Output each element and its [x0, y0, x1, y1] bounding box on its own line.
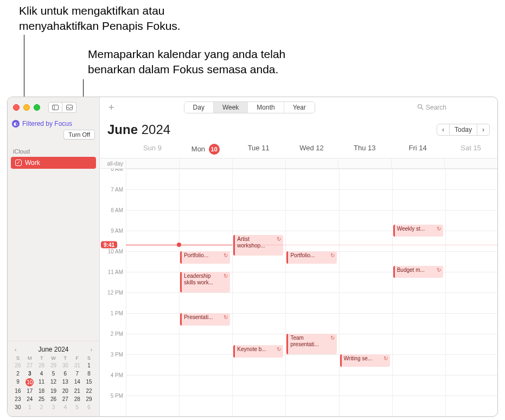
day-header[interactable]: Thu 13 — [338, 144, 391, 155]
mini-prev-button[interactable]: ‹ — [13, 347, 18, 353]
calendar-grid-body[interactable]: 6 AM7 AM8 AM9 AM10 AM11 AM12 PM1 PM2 PM3… — [100, 169, 497, 416]
day-header[interactable]: Sat 15 — [444, 144, 497, 155]
add-event-button[interactable]: + — [106, 102, 117, 113]
sidebar: ◐ Filtered by Focus Turn Off iCloud ✓ Wo… — [8, 97, 100, 416]
grid-day-line — [179, 169, 180, 416]
hour-label: 2 PM — [111, 331, 123, 337]
mini-day[interactable]: 9 — [12, 378, 24, 386]
mini-day[interactable]: 10 — [25, 378, 34, 386]
mini-day[interactable]: 3 — [48, 404, 60, 411]
day-header[interactable]: Tue 11 — [232, 144, 285, 155]
mini-day[interactable]: 4 — [59, 404, 71, 411]
calendar-item-work[interactable]: ✓ Work — [11, 157, 96, 169]
calendar-checkbox[interactable]: ✓ — [15, 160, 22, 166]
inbox-button[interactable] — [62, 102, 76, 113]
window-close-button[interactable] — [13, 104, 20, 111]
calendar-event[interactable]: Weekly st...↻ — [393, 225, 443, 237]
view-day-button[interactable]: Day — [184, 102, 214, 113]
mini-day[interactable]: 4 — [36, 370, 48, 377]
window-minimize-button[interactable] — [23, 104, 30, 111]
day-header[interactable]: Wed 12 — [285, 144, 338, 155]
search-input[interactable]: Search — [415, 103, 491, 113]
hour-label: 7 AM — [111, 187, 123, 193]
recurring-icon: ↻ — [223, 252, 228, 263]
mini-day[interactable]: 24 — [24, 396, 36, 403]
mini-day[interactable]: 5 — [71, 404, 83, 411]
hour-label: 5 PM — [111, 393, 123, 399]
mini-day[interactable]: 7 — [71, 370, 83, 377]
mini-day[interactable]: 2 — [12, 370, 24, 377]
mini-day[interactable]: 2 — [36, 404, 48, 411]
day-header[interactable]: Mon 10 — [179, 144, 232, 155]
mini-day[interactable]: 1 — [24, 404, 36, 411]
mini-day[interactable]: 22 — [83, 387, 95, 394]
mini-day[interactable]: 11 — [36, 378, 48, 386]
calendar-event[interactable]: Portfolio...↻ — [286, 251, 336, 264]
mini-dow: T — [59, 355, 71, 361]
mini-day[interactable]: 18 — [36, 387, 48, 394]
next-week-button[interactable]: › — [477, 124, 490, 136]
view-year-button[interactable]: Year — [284, 102, 315, 113]
mini-day[interactable]: 27 — [24, 362, 36, 369]
mini-day[interactable]: 1 — [83, 362, 95, 369]
day-header[interactable]: Sun 9 — [126, 144, 179, 155]
recurring-icon: ↻ — [277, 346, 281, 357]
allday-row: all-day — [100, 158, 497, 169]
mini-day[interactable]: 26 — [48, 396, 60, 403]
calendar-event[interactable]: Writing se...↻ — [340, 354, 390, 367]
grid-hour-line — [126, 189, 497, 190]
mini-day[interactable]: 23 — [12, 396, 24, 403]
mini-day[interactable]: 20 — [59, 387, 71, 394]
mini-day[interactable]: 29 — [48, 362, 60, 369]
mini-day[interactable]: 16 — [12, 387, 24, 394]
mini-day[interactable]: 6 — [83, 404, 95, 411]
calendar-event[interactable]: Keynote b...↻ — [233, 345, 283, 358]
today-button[interactable]: Today — [450, 124, 477, 136]
mini-day[interactable]: 30 — [59, 362, 71, 369]
mini-dow: W — [48, 355, 60, 361]
view-week-button[interactable]: Week — [214, 102, 248, 113]
day-header[interactable]: Fri 14 — [391, 144, 444, 155]
calendar-event[interactable]: Leadership skills work...↻ — [180, 272, 230, 292]
mini-day[interactable]: 14 — [71, 378, 83, 386]
window-zoom-button[interactable] — [34, 104, 40, 111]
mini-day[interactable]: 29 — [83, 396, 95, 403]
mini-day[interactable]: 6 — [59, 370, 71, 377]
mini-day[interactable]: 17 — [24, 387, 36, 394]
mini-day[interactable]: 31 — [71, 362, 83, 369]
mini-day[interactable]: 28 — [36, 362, 48, 369]
calendar-event[interactable]: Portfolio...↻ — [180, 251, 230, 264]
mini-day[interactable]: 27 — [59, 396, 71, 403]
calendar-event[interactable]: Team presentati...↻ — [286, 334, 336, 354]
mini-day[interactable]: 30 — [12, 404, 24, 411]
prev-week-button[interactable]: ‹ — [437, 124, 450, 136]
hour-label: 12 PM — [107, 290, 123, 296]
nav-controls: ‹ Today › — [437, 124, 490, 136]
mini-day[interactable]: 3 — [24, 370, 36, 377]
mini-day[interactable]: 25 — [36, 396, 48, 403]
hour-label: 4 PM — [111, 372, 123, 378]
mini-day[interactable]: 21 — [71, 387, 83, 394]
mini-calendar: ‹ June 2024 › SMTWTFS2627282930311234567… — [8, 341, 99, 416]
day-header-row: Sun 9Mon 10Tue 11Wed 12Thu 13Fri 14Sat 1… — [100, 138, 497, 158]
turn-off-button[interactable]: Turn Off — [63, 130, 95, 139]
mini-day[interactable]: 19 — [48, 387, 60, 394]
calendar-event[interactable]: Presentati...↻ — [180, 313, 230, 326]
focus-filter-label: Filtered by Focus — [22, 120, 72, 128]
mini-day[interactable]: 28 — [71, 396, 83, 403]
grid-hour-line — [126, 169, 497, 169]
recurring-icon: ↻ — [330, 252, 335, 263]
sidebar-toggle-button[interactable] — [48, 102, 62, 113]
mini-day[interactable]: 15 — [83, 378, 95, 386]
calendar-event[interactable]: Budget m...↻ — [393, 266, 443, 278]
view-month-button[interactable]: Month — [248, 102, 284, 113]
mini-day[interactable]: 12 — [48, 378, 60, 386]
mini-day[interactable]: 26 — [12, 362, 24, 369]
hour-label: 1 PM — [111, 310, 123, 316]
view-segmented-control: Day Week Month Year — [184, 101, 315, 113]
mini-next-button[interactable]: › — [89, 347, 94, 353]
window-titlebar — [8, 97, 99, 118]
mini-day[interactable]: 5 — [48, 370, 60, 377]
mini-day[interactable]: 13 — [59, 378, 71, 386]
mini-day[interactable]: 8 — [83, 370, 95, 377]
